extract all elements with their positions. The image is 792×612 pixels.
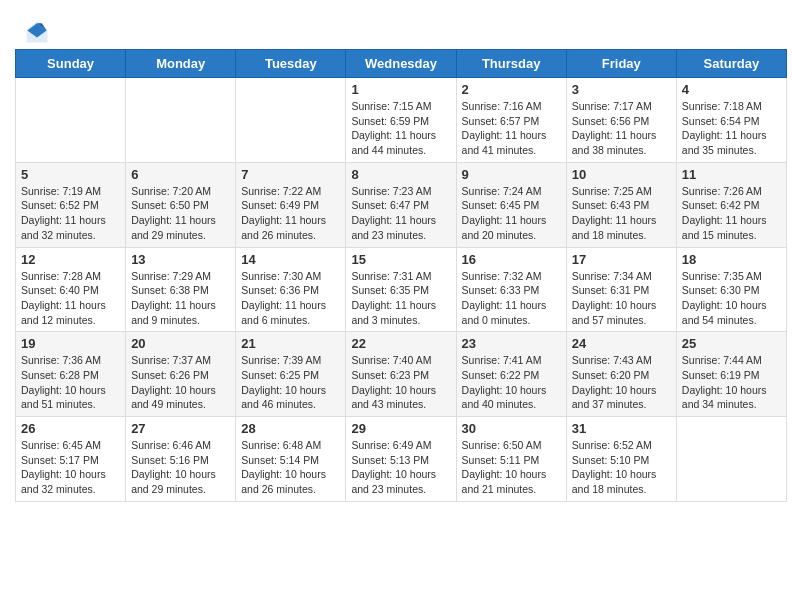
- calendar-cell: 14Sunrise: 7:30 AM Sunset: 6:36 PM Dayli…: [236, 247, 346, 332]
- calendar-cell: 21Sunrise: 7:39 AM Sunset: 6:25 PM Dayli…: [236, 332, 346, 417]
- calendar-cell: 18Sunrise: 7:35 AM Sunset: 6:30 PM Dayli…: [676, 247, 786, 332]
- calendar-cell: 20Sunrise: 7:37 AM Sunset: 6:26 PM Dayli…: [126, 332, 236, 417]
- calendar-cell: 25Sunrise: 7:44 AM Sunset: 6:19 PM Dayli…: [676, 332, 786, 417]
- logo-icon: [25, 20, 49, 44]
- day-number: 26: [21, 421, 120, 436]
- day-number: 30: [462, 421, 561, 436]
- day-info: Sunrise: 7:23 AM Sunset: 6:47 PM Dayligh…: [351, 184, 450, 243]
- day-number: 6: [131, 167, 230, 182]
- col-header-saturday: Saturday: [676, 50, 786, 78]
- day-info: Sunrise: 6:49 AM Sunset: 5:13 PM Dayligh…: [351, 438, 450, 497]
- calendar-cell: 13Sunrise: 7:29 AM Sunset: 6:38 PM Dayli…: [126, 247, 236, 332]
- day-number: 23: [462, 336, 561, 351]
- day-info: Sunrise: 7:28 AM Sunset: 6:40 PM Dayligh…: [21, 269, 120, 328]
- col-header-thursday: Thursday: [456, 50, 566, 78]
- day-number: 5: [21, 167, 120, 182]
- calendar-cell: 24Sunrise: 7:43 AM Sunset: 6:20 PM Dayli…: [566, 332, 676, 417]
- day-number: 16: [462, 252, 561, 267]
- day-info: Sunrise: 6:45 AM Sunset: 5:17 PM Dayligh…: [21, 438, 120, 497]
- calendar-cell: [236, 78, 346, 163]
- day-info: Sunrise: 7:15 AM Sunset: 6:59 PM Dayligh…: [351, 99, 450, 158]
- col-header-sunday: Sunday: [16, 50, 126, 78]
- day-number: 21: [241, 336, 340, 351]
- day-info: Sunrise: 7:41 AM Sunset: 6:22 PM Dayligh…: [462, 353, 561, 412]
- day-info: Sunrise: 7:20 AM Sunset: 6:50 PM Dayligh…: [131, 184, 230, 243]
- calendar-week-row: 12Sunrise: 7:28 AM Sunset: 6:40 PM Dayli…: [16, 247, 787, 332]
- day-info: Sunrise: 7:30 AM Sunset: 6:36 PM Dayligh…: [241, 269, 340, 328]
- day-info: Sunrise: 7:25 AM Sunset: 6:43 PM Dayligh…: [572, 184, 671, 243]
- day-number: 25: [682, 336, 781, 351]
- day-number: 28: [241, 421, 340, 436]
- calendar-cell: 10Sunrise: 7:25 AM Sunset: 6:43 PM Dayli…: [566, 162, 676, 247]
- calendar-cell: 15Sunrise: 7:31 AM Sunset: 6:35 PM Dayli…: [346, 247, 456, 332]
- day-number: 2: [462, 82, 561, 97]
- calendar-cell: 12Sunrise: 7:28 AM Sunset: 6:40 PM Dayli…: [16, 247, 126, 332]
- calendar-week-row: 1Sunrise: 7:15 AM Sunset: 6:59 PM Daylig…: [16, 78, 787, 163]
- day-number: 14: [241, 252, 340, 267]
- day-info: Sunrise: 6:46 AM Sunset: 5:16 PM Dayligh…: [131, 438, 230, 497]
- calendar-cell: 11Sunrise: 7:26 AM Sunset: 6:42 PM Dayli…: [676, 162, 786, 247]
- calendar-cell: 3Sunrise: 7:17 AM Sunset: 6:56 PM Daylig…: [566, 78, 676, 163]
- day-info: Sunrise: 7:40 AM Sunset: 6:23 PM Dayligh…: [351, 353, 450, 412]
- day-number: 27: [131, 421, 230, 436]
- day-info: Sunrise: 7:37 AM Sunset: 6:26 PM Dayligh…: [131, 353, 230, 412]
- day-number: 17: [572, 252, 671, 267]
- day-info: Sunrise: 7:36 AM Sunset: 6:28 PM Dayligh…: [21, 353, 120, 412]
- calendar-week-row: 19Sunrise: 7:36 AM Sunset: 6:28 PM Dayli…: [16, 332, 787, 417]
- day-info: Sunrise: 6:52 AM Sunset: 5:10 PM Dayligh…: [572, 438, 671, 497]
- day-number: 12: [21, 252, 120, 267]
- day-info: Sunrise: 6:50 AM Sunset: 5:11 PM Dayligh…: [462, 438, 561, 497]
- calendar-cell: 22Sunrise: 7:40 AM Sunset: 6:23 PM Dayli…: [346, 332, 456, 417]
- calendar-cell: 16Sunrise: 7:32 AM Sunset: 6:33 PM Dayli…: [456, 247, 566, 332]
- day-info: Sunrise: 7:29 AM Sunset: 6:38 PM Dayligh…: [131, 269, 230, 328]
- day-info: Sunrise: 7:22 AM Sunset: 6:49 PM Dayligh…: [241, 184, 340, 243]
- calendar-cell: 27Sunrise: 6:46 AM Sunset: 5:16 PM Dayli…: [126, 417, 236, 502]
- calendar-week-row: 26Sunrise: 6:45 AM Sunset: 5:17 PM Dayli…: [16, 417, 787, 502]
- calendar-cell: 1Sunrise: 7:15 AM Sunset: 6:59 PM Daylig…: [346, 78, 456, 163]
- day-number: 29: [351, 421, 450, 436]
- col-header-monday: Monday: [126, 50, 236, 78]
- day-info: Sunrise: 7:44 AM Sunset: 6:19 PM Dayligh…: [682, 353, 781, 412]
- day-number: 19: [21, 336, 120, 351]
- day-info: Sunrise: 6:48 AM Sunset: 5:14 PM Dayligh…: [241, 438, 340, 497]
- day-info: Sunrise: 7:19 AM Sunset: 6:52 PM Dayligh…: [21, 184, 120, 243]
- day-number: 24: [572, 336, 671, 351]
- col-header-wednesday: Wednesday: [346, 50, 456, 78]
- day-info: Sunrise: 7:17 AM Sunset: 6:56 PM Dayligh…: [572, 99, 671, 158]
- calendar-cell: 17Sunrise: 7:34 AM Sunset: 6:31 PM Dayli…: [566, 247, 676, 332]
- day-number: 11: [682, 167, 781, 182]
- day-info: Sunrise: 7:24 AM Sunset: 6:45 PM Dayligh…: [462, 184, 561, 243]
- day-info: Sunrise: 7:35 AM Sunset: 6:30 PM Dayligh…: [682, 269, 781, 328]
- day-number: 13: [131, 252, 230, 267]
- calendar-cell: 28Sunrise: 6:48 AM Sunset: 5:14 PM Dayli…: [236, 417, 346, 502]
- day-info: Sunrise: 7:43 AM Sunset: 6:20 PM Dayligh…: [572, 353, 671, 412]
- day-number: 7: [241, 167, 340, 182]
- calendar-header-row: SundayMondayTuesdayWednesdayThursdayFrid…: [16, 50, 787, 78]
- col-header-friday: Friday: [566, 50, 676, 78]
- day-number: 1: [351, 82, 450, 97]
- calendar-cell: 5Sunrise: 7:19 AM Sunset: 6:52 PM Daylig…: [16, 162, 126, 247]
- day-number: 4: [682, 82, 781, 97]
- col-header-tuesday: Tuesday: [236, 50, 346, 78]
- calendar-cell: 23Sunrise: 7:41 AM Sunset: 6:22 PM Dayli…: [456, 332, 566, 417]
- calendar-cell: 8Sunrise: 7:23 AM Sunset: 6:47 PM Daylig…: [346, 162, 456, 247]
- calendar-cell: [16, 78, 126, 163]
- calendar-cell: 7Sunrise: 7:22 AM Sunset: 6:49 PM Daylig…: [236, 162, 346, 247]
- day-info: Sunrise: 7:31 AM Sunset: 6:35 PM Dayligh…: [351, 269, 450, 328]
- day-info: Sunrise: 7:18 AM Sunset: 6:54 PM Dayligh…: [682, 99, 781, 158]
- calendar-cell: 2Sunrise: 7:16 AM Sunset: 6:57 PM Daylig…: [456, 78, 566, 163]
- day-number: 3: [572, 82, 671, 97]
- calendar-cell: 19Sunrise: 7:36 AM Sunset: 6:28 PM Dayli…: [16, 332, 126, 417]
- day-number: 20: [131, 336, 230, 351]
- day-info: Sunrise: 7:32 AM Sunset: 6:33 PM Dayligh…: [462, 269, 561, 328]
- day-info: Sunrise: 7:34 AM Sunset: 6:31 PM Dayligh…: [572, 269, 671, 328]
- calendar-cell: 6Sunrise: 7:20 AM Sunset: 6:50 PM Daylig…: [126, 162, 236, 247]
- calendar-cell: 26Sunrise: 6:45 AM Sunset: 5:17 PM Dayli…: [16, 417, 126, 502]
- calendar-cell: 29Sunrise: 6:49 AM Sunset: 5:13 PM Dayli…: [346, 417, 456, 502]
- logo: [25, 20, 53, 44]
- calendar-cell: 31Sunrise: 6:52 AM Sunset: 5:10 PM Dayli…: [566, 417, 676, 502]
- day-number: 10: [572, 167, 671, 182]
- calendar-cell: [126, 78, 236, 163]
- calendar-table: SundayMondayTuesdayWednesdayThursdayFrid…: [15, 49, 787, 502]
- day-number: 22: [351, 336, 450, 351]
